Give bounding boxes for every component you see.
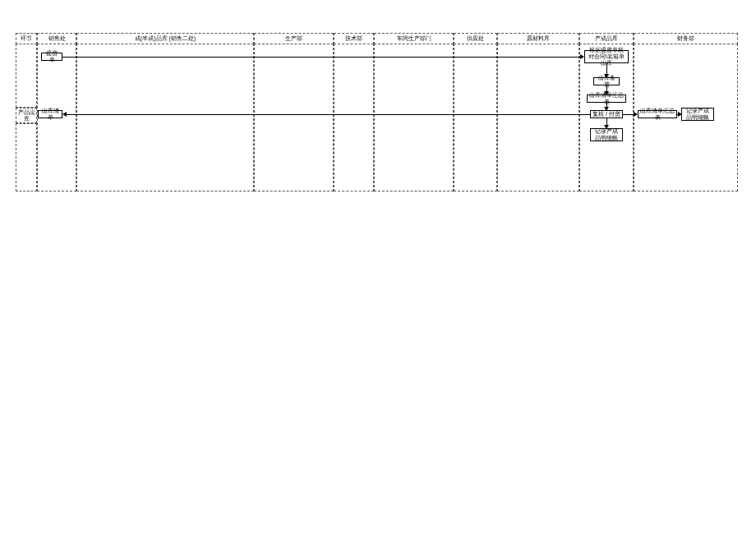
node-tihuo: 提货单: [41, 53, 62, 61]
lane-header-sup: 供应处: [454, 33, 497, 44]
row-label-3: [16, 123, 37, 191]
arrow-check-beihuo: [604, 74, 609, 78]
lane-body-sup: [454, 44, 497, 191]
node-mingxi2: 记录产成品明细账: [681, 108, 714, 121]
row-label-1: [16, 44, 37, 108]
edge-fukuan-huizong: [623, 114, 634, 115]
arrow-qingdan-fukuan: [604, 107, 609, 111]
lane-header-sales: 销售处: [37, 33, 76, 44]
lane-header-prod: 生产部: [254, 33, 334, 44]
node-qingdan: 出库清单汇总表: [587, 95, 626, 103]
lane-header-tech: 技术部: [334, 33, 374, 44]
lane-header-env: 环节: [16, 33, 37, 44]
row-label-2: 产品出库: [16, 108, 37, 123]
lane-header-fin: 财务部: [634, 33, 738, 44]
arrow-fukuan-mingxi1: [604, 125, 609, 129]
lane-body-tech: [334, 44, 374, 191]
lane-body-prod: [254, 44, 334, 191]
node-fukuan: 复核 / 付货: [590, 110, 623, 118]
arrow-fukuan-chuku: [62, 112, 67, 117]
lane-header-raw: 原材料库: [497, 33, 579, 44]
edge-fukuan-chuku: [67, 114, 590, 115]
lane-header-fg: 产成品库: [579, 33, 634, 44]
lane-body-hwlib: [76, 44, 254, 191]
edge-tihuo-check: [62, 57, 580, 58]
node-beihuo: 出库备货: [593, 77, 620, 85]
node-check: 根据提货单核对合同\装箱单出库: [584, 50, 629, 63]
lane-header-hwlib: 成(半成)品库 (销售二处): [76, 33, 254, 44]
lane-body-ws: [374, 44, 454, 191]
arrow-tihuo-check: [580, 54, 584, 59]
lane-body-raw: [497, 44, 579, 191]
node-huizong: 出库清单汇总表: [638, 110, 677, 118]
node-chuku: 出库清单: [38, 110, 62, 118]
lane-header-ws: 车间生产部门: [374, 33, 454, 44]
node-mingxi1: 记录产成品明细账: [590, 128, 623, 141]
arrow-huizong-mingxi2: [678, 112, 682, 117]
arrow-fukuan-huizong: [634, 112, 638, 117]
arrow-beihuo-qingdan: [604, 91, 609, 95]
